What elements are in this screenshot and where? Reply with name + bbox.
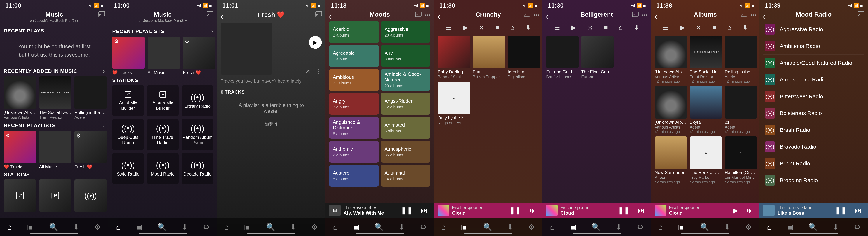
- settings-tab[interactable]: ⚙: [528, 223, 535, 231]
- download-tab[interactable]: ⬇: [399, 223, 405, 231]
- browse-tab[interactable]: ▣: [352, 223, 360, 231]
- album-tile[interactable]: Baby Darling D…Band of Skulls: [438, 36, 470, 79]
- section-recently-added[interactable]: RECENTLY ADDED IN MUSIC ›: [4, 68, 105, 75]
- mood-card[interactable]: Animated5 albums: [381, 117, 431, 139]
- home-tab[interactable]: ⌂: [441, 223, 446, 231]
- browse-tab[interactable]: ▣: [678, 223, 685, 231]
- header-subtitle[interactable]: on Joseph's MacBook Pro (2) ▾: [0, 19, 108, 23]
- browse-tab[interactable]: ▣: [786, 223, 794, 231]
- download-tab[interactable]: ⬇: [833, 223, 839, 231]
- save-icon[interactable]: ⌂: [510, 24, 514, 31]
- playlist-tile[interactable]: ⚙❤️ Tracks: [4, 131, 36, 170]
- album-tile[interactable]: SkyfallAdele42 minutes ago: [690, 86, 722, 134]
- cast-icon[interactable]: [858, 11, 865, 17]
- section-recent-playlists[interactable]: RECENT PLAYLISTS›: [112, 28, 213, 35]
- now-playing-bar[interactable]: ▦ The RaveonettesAly, Walk With Me ❚❚ ⏭: [326, 203, 434, 218]
- download-tab[interactable]: ⬇: [507, 223, 514, 231]
- mood-card[interactable]: Autumnal14 albums: [381, 165, 431, 186]
- album-tile[interactable]: •IdealismDigitalism: [508, 36, 540, 79]
- station-time-travel[interactable]: ((•))Time Travel Radio: [147, 119, 179, 150]
- album-tile[interactable]: [Unknown Albu…Various Artists42 minutes …: [655, 86, 687, 134]
- next-button[interactable]: ⏭: [852, 206, 864, 214]
- playlist-tile[interactable]: All Music: [148, 36, 180, 75]
- home-tab[interactable]: ⌂: [767, 223, 772, 231]
- station-tile[interactable]: [4, 179, 36, 212]
- settings-tab[interactable]: ⚙: [420, 223, 427, 231]
- mood-card[interactable]: Amiable & Good-Natured29 albums: [381, 69, 431, 91]
- queue-icon[interactable]: ≡: [495, 24, 499, 31]
- home-tab[interactable]: ⌂: [658, 223, 663, 231]
- download-icon[interactable]: ⬇: [634, 24, 640, 31]
- save-icon[interactable]: ⌂: [727, 24, 731, 31]
- playlist-tile[interactable]: ⚙❤️ Tracks: [112, 36, 145, 75]
- browse-tab[interactable]: ▣: [135, 223, 143, 231]
- download-icon[interactable]: ⬇: [525, 24, 531, 31]
- home-tab[interactable]: ⌂: [224, 223, 229, 231]
- mood-card[interactable]: Ambitious23 albums: [329, 69, 379, 91]
- download-tab[interactable]: ⬇: [182, 223, 188, 231]
- station-random-album[interactable]: ((•))Random Album Radio: [182, 119, 213, 150]
- album-tile[interactable]: THE SOCIAL NETWORKThe Social Netw…Trent …: [39, 76, 71, 120]
- next-button[interactable]: ⏭: [527, 206, 539, 214]
- section-recent-plays[interactable]: RECENT PLAYS: [4, 28, 105, 34]
- more-icon[interactable]: •••: [750, 12, 756, 18]
- mood-card[interactable]: Airy3 albums: [381, 45, 431, 67]
- download-tab[interactable]: ⬇: [616, 223, 622, 231]
- section-recent-playlists[interactable]: RECENT PLAYLISTS ›: [4, 122, 105, 129]
- album-tile[interactable]: [Unknown Albu…Various Artists42 minutes …: [655, 36, 687, 84]
- home-indicator[interactable]: [30, 233, 78, 234]
- settings-tab[interactable]: ⚙: [745, 223, 752, 231]
- shuffle-icon[interactable]: ⤨: [479, 24, 484, 31]
- radio-item[interactable]: ((•))Bravado Radio: [763, 139, 864, 155]
- shuffle-icon[interactable]: ⤨: [305, 68, 310, 75]
- album-tile[interactable]: [Unknown Album]Various Artists: [4, 76, 36, 120]
- station-deep-cuts[interactable]: ((•))Deep Cuts Radio: [112, 119, 144, 150]
- download-tab[interactable]: ⬇: [724, 223, 731, 231]
- mood-card[interactable]: Angst-Ridden12 albums: [381, 93, 431, 115]
- shuffle-icon[interactable]: ⤨: [696, 24, 701, 31]
- back-button[interactable]: ‹: [546, 11, 549, 21]
- filter-icon[interactable]: ☰: [662, 24, 669, 31]
- radio-item[interactable]: ((•))Bittersweet Radio: [763, 88, 864, 105]
- browse-tab[interactable]: ▣: [244, 223, 251, 231]
- cast-icon[interactable]: [207, 11, 214, 17]
- more-icon[interactable]: •••: [533, 12, 539, 18]
- browse-tab[interactable]: ▣: [27, 223, 34, 231]
- search-tab[interactable]: 🔍: [591, 223, 601, 231]
- radio-item[interactable]: ((•))Aggressive Radio: [763, 21, 864, 38]
- album-tile[interactable]: ▲Only by the Nig…Kings of Leon: [438, 82, 470, 125]
- home-tab[interactable]: ⌂: [7, 223, 12, 231]
- radio-item[interactable]: ((•))Brash Radio: [763, 122, 864, 139]
- settings-tab[interactable]: ⚙: [854, 223, 861, 231]
- next-button[interactable]: ⏭: [744, 206, 756, 214]
- next-button[interactable]: ⏭: [418, 206, 430, 214]
- album-tile[interactable]: Fur and GoldBat for Lashes: [546, 36, 579, 79]
- mood-card[interactable]: Aggressive28 albums: [381, 21, 431, 43]
- home-tab[interactable]: ⌂: [550, 223, 555, 231]
- now-playing-bar[interactable]: FischerspoonerCloud ▶ ⏭: [651, 203, 760, 218]
- home-tab[interactable]: ⌂: [333, 223, 338, 231]
- download-icon[interactable]: ⬇: [742, 24, 748, 31]
- browse-tab[interactable]: ▣: [461, 223, 468, 231]
- album-tile[interactable]: THE SOCIAL NETWORKThe Social Net…Trent R…: [690, 36, 722, 84]
- search-tab[interactable]: 🔍: [157, 223, 167, 231]
- mood-card[interactable]: Agreeable1 album: [329, 45, 379, 67]
- more-icon[interactable]: •••: [642, 12, 648, 18]
- shuffle-icon[interactable]: ⤨: [587, 24, 593, 31]
- search-tab[interactable]: 🔍: [266, 223, 275, 231]
- filter-icon[interactable]: ☰: [445, 24, 452, 31]
- radio-item[interactable]: ((•))Amiable/Good-Natured Radio: [763, 55, 864, 71]
- mood-card[interactable]: Anthemic2 albums: [329, 141, 379, 163]
- playlist-tile[interactable]: ⚙Fresh ❤️: [74, 131, 107, 170]
- back-button[interactable]: ‹: [763, 11, 766, 21]
- now-playing-bar[interactable]: FischerspoonerCloud ❚❚ ⏭: [542, 203, 651, 218]
- play-icon[interactable]: ▶: [680, 24, 685, 31]
- album-tile[interactable]: 21Adele42 minutes ago: [725, 86, 757, 134]
- station-album-mix[interactable]: Album Mix Builder: [147, 85, 179, 116]
- settings-tab[interactable]: ⚙: [637, 223, 644, 231]
- station-decade[interactable]: ((•))Decade Radio: [182, 153, 213, 184]
- cast-icon[interactable]: [415, 11, 422, 17]
- station-library-radio[interactable]: ((•))Library Radio: [182, 85, 213, 116]
- radio-item[interactable]: ((•))Atmospheric Radio: [763, 71, 864, 88]
- radio-item[interactable]: ((•))Bright Radio: [763, 155, 864, 172]
